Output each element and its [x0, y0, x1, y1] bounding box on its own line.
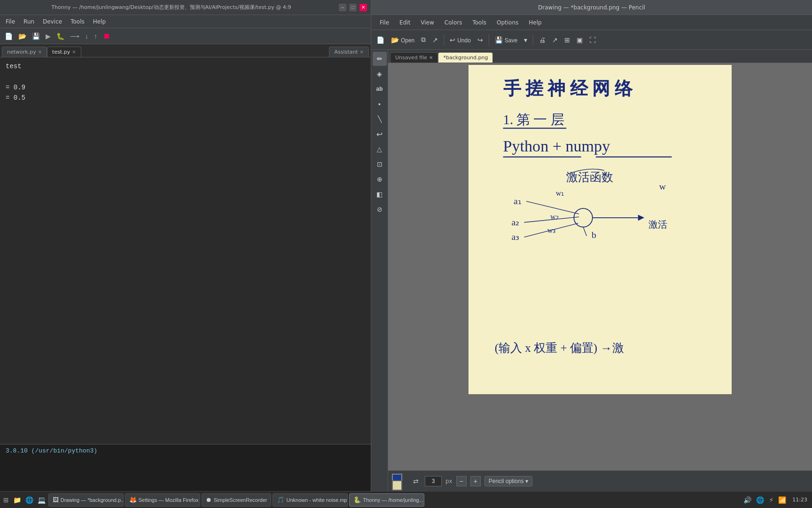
- step-out-button[interactable]: ↑: [92, 32, 99, 41]
- duplicate-button[interactable]: ⧉: [419, 34, 428, 45]
- gimp-titlebar: Drawing — *background.png — Pencil: [371, 0, 812, 15]
- eraser-tool-button[interactable]: ◈: [373, 67, 387, 81]
- gimp-menu-view[interactable]: View: [416, 18, 438, 27]
- music-taskbar-label: Unknown - white noise.mp3: [286, 497, 348, 503]
- drawing-canvas[interactable]: 手 搓 神 经 网 络 1. 第 一 层 Python + numpy 激活函数: [468, 65, 732, 394]
- files-icon[interactable]: 📁: [12, 495, 23, 505]
- open-label: Open: [401, 37, 414, 44]
- pencil-options-button[interactable]: Pencil options ▾: [484, 476, 533, 486]
- increase-size-button[interactable]: +: [470, 476, 481, 486]
- tab-assistant-close[interactable]: ✕: [360, 49, 364, 55]
- apps-menu-icon[interactable]: ⊞: [2, 495, 10, 505]
- tab-assistant[interactable]: Assistant ✕: [329, 47, 369, 57]
- taskbar-firefox-button[interactable]: 🦊 Settings — Mozilla Firefox: [125, 493, 200, 507]
- menu-run[interactable]: Run: [20, 17, 38, 26]
- close-button[interactable]: ✕: [359, 4, 367, 11]
- bucket-fill-button[interactable]: ▪: [373, 97, 387, 111]
- gimp-title-text: Drawing — *background.png — Pencil: [538, 4, 645, 11]
- tab-test-py[interactable]: test.py ✕: [47, 47, 81, 57]
- fullscreen-button[interactable]: ⛶: [587, 35, 598, 45]
- gimp-menu-options[interactable]: Options: [492, 18, 523, 27]
- zoom-tool-button[interactable]: ⊕: [373, 172, 387, 186]
- gimp-menu-file[interactable]: File: [375, 18, 394, 27]
- taskbar-recorder-button[interactable]: ⏺ SimpleScreenRecorder: [202, 493, 272, 507]
- gimp-toolbox: ✏ ◈ ab ▪ ╲ ↩ △ ⊡ ⊕ ◧ ⊘: [371, 50, 388, 491]
- menu-tools[interactable]: Tools: [67, 17, 88, 26]
- text-tool-button[interactable]: ab: [373, 82, 387, 96]
- python-version: 3.8.10 (/usr/bin/python3): [6, 447, 97, 454]
- tab-assistant-label: Assistant: [334, 49, 358, 55]
- gimp-menu-tools[interactable]: Tools: [468, 18, 491, 27]
- debug-button[interactable]: 🐛: [55, 32, 66, 41]
- recorder-taskbar-icon: ⏺: [206, 496, 212, 503]
- layers-button[interactable]: ◧: [373, 187, 387, 201]
- brush-size-input[interactable]: [425, 476, 442, 486]
- taskbar-music-button[interactable]: 🎵 Unknown - white noise.mp3: [273, 493, 348, 507]
- curve-tool-button[interactable]: ↩: [373, 127, 387, 141]
- maximize-button[interactable]: □: [349, 4, 357, 11]
- fit-button[interactable]: ⊞: [562, 35, 572, 45]
- save-button[interactable]: 💾 Save: [492, 35, 520, 45]
- menu-device[interactable]: Device: [39, 17, 66, 26]
- thonny-taskbar-label: Thonny — /home/junling...: [363, 497, 423, 503]
- undo-button[interactable]: ↩ Undo: [447, 35, 473, 45]
- menu-file[interactable]: File: [2, 17, 19, 26]
- save-file-button[interactable]: 💾: [30, 32, 42, 41]
- canvas-scroll-area[interactable]: 手 搓 神 经 网 络 1. 第 一 层 Python + numpy 激活函数: [388, 63, 812, 470]
- code-editor[interactable]: test = 0.9 = 0.5: [0, 57, 371, 444]
- export-button[interactable]: ↗: [430, 35, 440, 45]
- gimp-toolbar: 📄 📂 Open ⧉ ↗ ↩ Undo ↪ 💾 Save ▾ 🖨 ↗ ⊞: [371, 30, 812, 50]
- minimize-button[interactable]: –: [339, 4, 346, 11]
- run-button[interactable]: ▶: [44, 32, 53, 41]
- share-button[interactable]: ↗: [550, 35, 560, 45]
- select-tool-button[interactable]: △: [373, 142, 387, 156]
- stop-button[interactable]: ⏹: [101, 31, 112, 41]
- browser-icon[interactable]: 🌐: [24, 495, 35, 505]
- px-unit-label: px: [445, 478, 453, 484]
- unsaved-tab-close[interactable]: ✕: [429, 55, 433, 60]
- tab-test-close[interactable]: ✕: [72, 49, 76, 55]
- audio-tray-icon[interactable]: 🔊: [742, 495, 753, 505]
- decrease-size-button[interactable]: −: [456, 476, 467, 486]
- undo-history-button[interactable]: ⊘: [373, 202, 387, 216]
- step-into-button[interactable]: ↓: [83, 32, 90, 41]
- step-over-button[interactable]: ⟶: [68, 32, 81, 41]
- new-file-button[interactable]: 📄: [3, 32, 15, 41]
- transform-button[interactable]: ⊡: [373, 157, 387, 171]
- save-dropdown[interactable]: ▾: [522, 35, 530, 45]
- tab-network-py[interactable]: network.py ✕: [2, 47, 47, 57]
- gimp-menu-colors[interactable]: Colors: [440, 18, 467, 27]
- bias-label: b: [592, 230, 596, 240]
- wifi-tray-icon[interactable]: 📶: [777, 495, 788, 505]
- background-color-swatch[interactable]: [392, 480, 402, 491]
- tab-test-label: test.py: [52, 49, 70, 55]
- terminal-icon[interactable]: 💻: [36, 495, 47, 505]
- editor-line-1: test: [6, 61, 365, 71]
- thonny-title: Thonny — /home/junlingwang/Desktop/动态更新投…: [4, 4, 339, 11]
- open-image-button[interactable]: 📂 Open: [389, 35, 417, 45]
- shell-panel[interactable]: 3.8.10 (/usr/bin/python3): [0, 444, 371, 491]
- taskbar: ⊞ 📁 🌐 💻 🖼 Drawing — *background.p... 🦊 S…: [0, 491, 812, 508]
- new-image-button[interactable]: 📄: [374, 35, 387, 45]
- tab-network-close[interactable]: ✕: [38, 49, 42, 55]
- taskbar-drawing-button[interactable]: 🖼 Drawing — *background.p...: [48, 493, 124, 507]
- swap-colors-button[interactable]: ⇄: [411, 476, 421, 486]
- drawing-taskbar-label: Drawing — *background.p...: [61, 497, 124, 503]
- open-icon: 📂: [391, 36, 399, 44]
- line-tool-button[interactable]: ╲: [373, 112, 387, 126]
- pencil-tool-button[interactable]: ✏: [373, 52, 387, 66]
- taskbar-thonny-button[interactable]: 🐍 Thonny — /home/junling...: [349, 493, 424, 507]
- network-tray-icon[interactable]: 🌐: [755, 495, 765, 505]
- gimp-menu-help[interactable]: Help: [524, 18, 546, 27]
- battery-tray-icon[interactable]: ⚡: [767, 495, 775, 505]
- print-button[interactable]: 🖨: [537, 35, 548, 45]
- gimp-menu-edit[interactable]: Edit: [395, 18, 415, 27]
- open-file-button[interactable]: 📂: [16, 32, 28, 41]
- redo-button[interactable]: ↪: [475, 35, 485, 45]
- tab-background-png[interactable]: *background.png: [438, 52, 493, 63]
- thonny-window: Thonny — /home/junlingwang/Desktop/动态更新投…: [0, 0, 371, 491]
- title-text: 手 搓 神 经 网 络: [503, 79, 633, 98]
- menu-help[interactable]: Help: [89, 17, 109, 26]
- view-button[interactable]: ▣: [574, 35, 585, 45]
- tab-unsaved-file[interactable]: Unsaved file ✕: [390, 52, 438, 63]
